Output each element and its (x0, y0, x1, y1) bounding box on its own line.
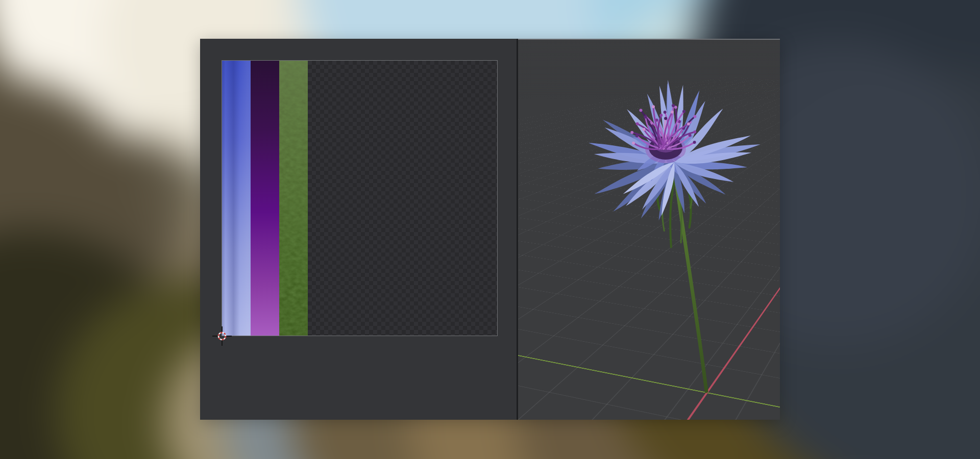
stamen-tip (682, 110, 685, 113)
image-canvas[interactable] (222, 60, 498, 336)
stamen-tip (640, 109, 643, 112)
blender-window (200, 39, 780, 420)
stamen-tip (659, 114, 663, 117)
cornflower-object[interactable] (518, 39, 780, 420)
texture-strip-green (279, 61, 308, 336)
3d-viewport-panel[interactable] (518, 39, 780, 420)
stamen-tip (636, 122, 639, 125)
stamen-tip (635, 134, 639, 137)
stamen-tip (644, 115, 647, 118)
stamen-tip (687, 122, 690, 125)
stamen-tip (630, 131, 633, 134)
texture-strip-purple (251, 61, 279, 336)
stamen-tip (643, 128, 646, 131)
stamen-tip (671, 111, 674, 114)
stamen-tip (672, 104, 675, 107)
stamen-tip (664, 111, 667, 114)
stamen-tip (652, 105, 655, 108)
stamen-tip (664, 117, 667, 120)
stamen-tip (693, 141, 696, 144)
viewport-top-highlight (518, 39, 780, 40)
leaf-noise-overlay (279, 61, 308, 336)
uv-2d-cursor[interactable] (211, 325, 233, 347)
image-editor-panel[interactable] (200, 39, 517, 420)
stamen-tip (693, 115, 696, 118)
stamen-tip (632, 142, 635, 145)
stamen-tip (693, 131, 696, 134)
texture-strip-blue (222, 61, 251, 336)
